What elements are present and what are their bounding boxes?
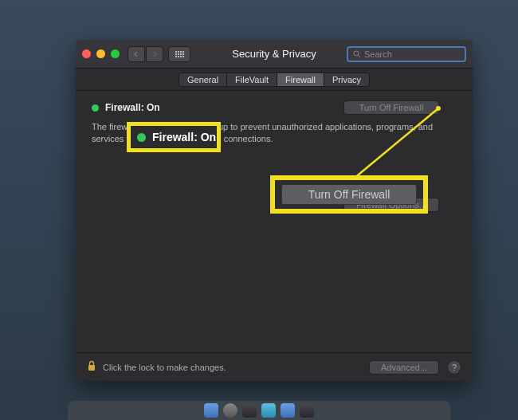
dock-app-icon[interactable] [261, 403, 276, 418]
firewall-status-label: Firewall: On [105, 102, 160, 113]
tab-group: General FileVault Firewall Privacy [179, 73, 370, 87]
dock-app-icon[interactable] [223, 403, 237, 418]
tab-privacy[interactable]: Privacy [324, 73, 369, 86]
dock-app-icon[interactable] [242, 403, 257, 418]
tab-general[interactable]: General [179, 73, 227, 86]
dock-app-icon[interactable] [204, 403, 218, 418]
back-button[interactable] [128, 46, 145, 62]
svg-rect-2 [88, 365, 95, 371]
callout-status-text: Firewall: On [152, 131, 216, 143]
maximize-button[interactable] [111, 49, 120, 58]
status-dot-icon [137, 133, 146, 142]
callout-turn-off-button[interactable]: Turn Off Firewall [281, 184, 417, 205]
tab-filevault[interactable]: FileVault [227, 73, 277, 86]
turn-off-firewall-button[interactable]: Turn Off Firewall [343, 100, 439, 115]
advanced-button[interactable]: Advanced... [369, 360, 439, 375]
search-placeholder: Search [364, 49, 392, 59]
dock-app-icon[interactable] [300, 403, 314, 418]
search-icon [353, 50, 361, 58]
titlebar: Security & Privacy Search [76, 40, 473, 69]
callout-firewall-status: Firewall: On [127, 122, 221, 152]
nav-buttons [128, 46, 163, 62]
minimize-button[interactable] [96, 49, 105, 58]
dock-app-icon[interactable] [281, 403, 295, 418]
chevron-left-icon [133, 51, 139, 57]
status-dot-icon [92, 104, 99, 112]
close-button[interactable] [82, 49, 91, 58]
lock-icon[interactable] [87, 360, 96, 374]
grid-icon [175, 51, 184, 57]
window-title: Security & Privacy [232, 48, 316, 60]
tab-bar: General FileVault Firewall Privacy [76, 69, 473, 91]
search-field[interactable]: Search [347, 46, 466, 62]
show-all-button[interactable] [168, 46, 190, 62]
tab-firewall[interactable]: Firewall [277, 73, 324, 86]
help-button[interactable]: ? [447, 360, 461, 375]
lock-text: Click the lock to make changes. [103, 363, 369, 372]
dock [68, 401, 450, 420]
forward-button[interactable] [146, 46, 163, 62]
traffic-lights [82, 49, 120, 58]
callout-turn-off: Turn Off Firewall [270, 175, 428, 214]
footer: Click the lock to make changes. Advanced… [76, 352, 473, 381]
svg-point-0 [354, 51, 359, 56]
chevron-right-icon [151, 51, 158, 57]
svg-line-1 [359, 55, 361, 57]
